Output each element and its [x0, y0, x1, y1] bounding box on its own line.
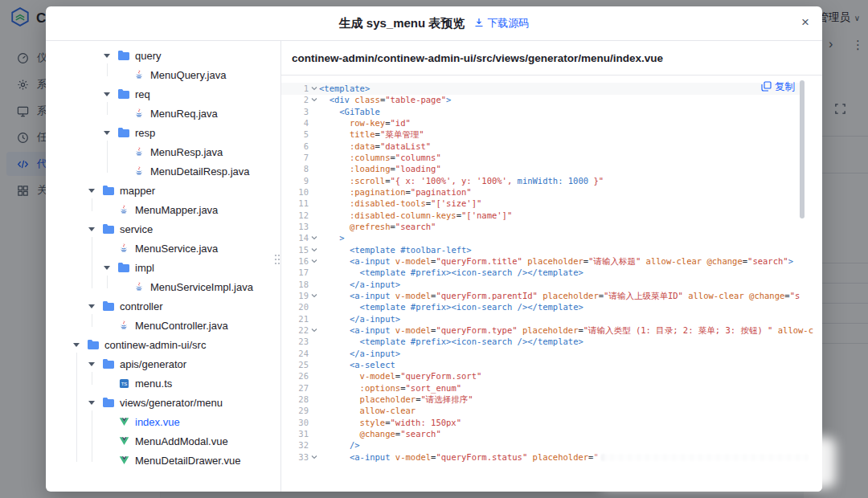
path-header: continew-admin/continew-admin-ui/src/vie…	[281, 41, 822, 76]
line-number: 13	[288, 221, 309, 232]
download-source-link[interactable]: 下载源码	[474, 16, 529, 31]
code-scrollbar[interactable]	[800, 80, 805, 218]
expander-icon[interactable]	[104, 54, 110, 58]
expander-icon[interactable]	[88, 401, 95, 405]
tree-guide	[92, 410, 92, 462]
code-line: 8 :loading="loading"	[288, 163, 822, 174]
close-icon[interactable]: ×	[801, 14, 809, 31]
fold-spacer	[309, 279, 319, 290]
tree-item-mapper[interactable]: mapper	[46, 181, 280, 200]
folder-icon	[117, 88, 130, 100]
fold-spacer	[309, 348, 319, 359]
vue-icon	[117, 436, 130, 446]
tree-item-label: MenuDetailResp.java	[150, 165, 250, 178]
tree-item-label: impl	[135, 262, 154, 274]
java-icon	[133, 146, 145, 157]
fold-spacer	[309, 428, 319, 439]
tree-item-views-generator-menu[interactable]: views/generator/menu	[46, 393, 280, 412]
tree-item-continew-admin-ui-src[interactable]: continew-admin-ui/src	[46, 335, 280, 354]
expander-icon[interactable]	[88, 304, 95, 308]
fold-toggle-icon[interactable]	[309, 94, 319, 105]
fold-toggle-icon[interactable]	[309, 244, 319, 255]
line-number: 31	[288, 428, 309, 439]
tree-item-label: MenuServiceImpl.java	[150, 281, 253, 293]
code-line: 1<template>	[288, 83, 822, 94]
tree-item-MenuReq.java[interactable]: MenuReq.java	[46, 104, 280, 123]
tree-item-resp[interactable]: resp	[46, 123, 280, 142]
expander-icon[interactable]	[104, 266, 110, 270]
code-line: 31 @change="search"	[288, 428, 822, 439]
expander-icon[interactable]	[104, 92, 110, 96]
download-icon	[474, 18, 484, 30]
code-panel: 复制 1<template>2 <div class="table-page">…	[281, 76, 822, 492]
line-number: 12	[288, 210, 309, 221]
tree-item-req[interactable]: req	[46, 84, 280, 104]
tree-guide	[92, 198, 92, 211]
resize-handle-icon[interactable]	[274, 254, 280, 265]
folder-icon	[117, 262, 130, 273]
line-number: 5	[288, 129, 309, 140]
tree-guide	[76, 353, 77, 462]
tree-item-menu.ts[interactable]: TSmenu.ts	[46, 374, 280, 393]
line-number: 27	[288, 382, 309, 394]
expander-icon[interactable]	[88, 227, 95, 231]
tree-item-apis-generator[interactable]: apis/generator	[46, 354, 280, 374]
tree-item-MenuDetailResp.java[interactable]: MenuDetailResp.java	[46, 161, 280, 181]
tree-item-label: MenuQuery.java	[150, 69, 226, 81]
fold-toggle-icon[interactable]	[309, 255, 319, 267]
fold-toggle-icon[interactable]	[309, 232, 319, 243]
code-line: 2 <div class="table-page">	[288, 94, 822, 105]
folder-icon	[102, 300, 115, 312]
line-number: 8	[288, 163, 309, 174]
expander-icon[interactable]	[88, 189, 95, 193]
line-number: 2	[288, 94, 309, 105]
tree-item-MenuQuery.java[interactable]: MenuQuery.java	[46, 65, 280, 84]
tree-item-label: MenuController.java	[135, 320, 228, 332]
code-line: 25 <a-select	[288, 359, 822, 370]
code-line: 10 :pagination="pagination"	[288, 186, 822, 198]
fold-spacer	[309, 382, 319, 394]
tree-item-index.vue[interactable]: index.vue	[46, 412, 280, 431]
expander-icon[interactable]	[88, 362, 95, 366]
code-line: 4 row-key="id"	[288, 117, 822, 129]
java-icon	[117, 204, 130, 215]
tree-item-MenuService.java[interactable]: MenuService.java	[46, 239, 280, 258]
fold-toggle-icon[interactable]	[309, 451, 319, 463]
folder-icon	[102, 358, 115, 369]
tree-item-service[interactable]: service	[46, 219, 280, 239]
tree-item-MenuMapper.java[interactable]: MenuMapper.java	[46, 200, 280, 219]
line-number: 18	[288, 279, 309, 290]
java-icon	[133, 69, 145, 80]
tree-item-label: MenuAddModal.vue	[135, 435, 228, 447]
expander-icon[interactable]	[73, 343, 80, 347]
tree-guide	[92, 314, 92, 327]
modal-title: 生成 sys_menu 表预览	[339, 16, 465, 31]
fold-spacer	[309, 301, 319, 312]
modal: 生成 sys_menu 表预览 下载源码 × queryMenuQuery.ja…	[46, 6, 822, 492]
tree-item-controller[interactable]: controller	[46, 296, 280, 316]
tree-item-label: MenuResp.java	[150, 146, 223, 158]
tree-item-MenuDetailDrawer.vue[interactable]: MenuDetailDrawer.vue	[46, 451, 280, 470]
fold-spacer	[309, 439, 319, 451]
fold-spacer	[309, 405, 319, 416]
fold-toggle-icon[interactable]	[309, 83, 319, 94]
tree-item-MenuResp.java[interactable]: MenuResp.java	[46, 142, 280, 161]
vue-icon	[117, 417, 130, 427]
fold-toggle-icon[interactable]	[309, 325, 319, 336]
copy-button[interactable]: 复制	[761, 80, 795, 94]
line-number: 33	[288, 451, 309, 463]
fold-spacer	[309, 152, 319, 163]
tree-item-label: resp	[135, 127, 155, 139]
tree-item-label: req	[135, 88, 150, 100]
folder-icon	[117, 127, 130, 138]
tree-item-impl[interactable]: impl	[46, 258, 280, 277]
expander-icon[interactable]	[104, 131, 110, 135]
code-line: 33 <a-input v-model="queryForm.status" p…	[288, 451, 822, 463]
code-line: 18 </a-input>	[288, 279, 822, 290]
tree-item-MenuAddModal.vue[interactable]: MenuAddModal.vue	[46, 431, 280, 451]
tree-item-MenuServiceImpl.java[interactable]: MenuServiceImpl.java	[46, 277, 280, 296]
line-number: 25	[288, 359, 309, 370]
fold-toggle-icon[interactable]	[309, 290, 319, 301]
tree-item-MenuController.java[interactable]: MenuController.java	[46, 316, 280, 335]
tree-item-query[interactable]: query	[46, 46, 280, 65]
